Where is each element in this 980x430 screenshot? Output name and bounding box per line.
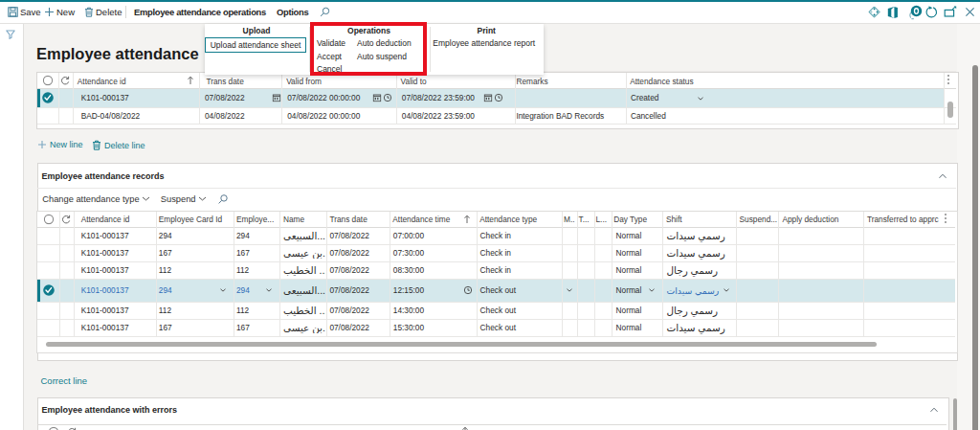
cell-trans-date[interactable]: 07/08/2022	[329, 231, 369, 240]
upload-attendance-sheet-button[interactable]: Upload attendance sheet	[205, 37, 306, 53]
chevron-down-icon[interactable]	[649, 287, 656, 294]
cell-employee[interactable]: 167	[236, 248, 250, 258]
change-attendance-type-button[interactable]: Change attendance type	[42, 194, 149, 204]
calendar-icon[interactable]	[273, 94, 281, 102]
column-header-2[interactable]: Employe...	[236, 215, 274, 224]
column-header-3[interactable]: Name	[283, 215, 304, 224]
column-header-13[interactable]: Apply deduction	[782, 215, 838, 224]
cell-attendance-type[interactable]: Check in	[480, 248, 511, 258]
cell-shift[interactable]: رسمي رجال	[667, 264, 718, 276]
cell-attendance-time[interactable]: 15:30:00	[393, 323, 424, 332]
cell-attendance-type[interactable]: Check in	[480, 265, 511, 275]
cell-employee[interactable]: 294	[236, 231, 250, 240]
delete-line-button[interactable]: Delete line	[92, 140, 145, 150]
cell-trans-date[interactable]: 07/08/2022	[329, 306, 369, 315]
column-header-9[interactable]: L...	[596, 215, 608, 224]
row-selected-checkbox[interactable]	[41, 91, 55, 104]
cell-shift[interactable]: رسمي سيدات	[667, 247, 725, 259]
cell-employee[interactable]: 294	[236, 285, 250, 295]
select-all-checkbox[interactable]	[48, 426, 58, 430]
cell-attendance-type[interactable]: Check out	[480, 323, 516, 332]
cell-attendance-id[interactable]: BAD-04/08/2022	[81, 111, 140, 121]
cell-name[interactable]: السبيعي...	[283, 230, 325, 241]
clock-icon[interactable]	[495, 94, 503, 102]
correct-line-link[interactable]: Correct line	[41, 375, 88, 386]
column-options-icon[interactable]	[945, 214, 947, 224]
cell-attendance-time[interactable]: 14:30:00	[393, 306, 424, 315]
select-all-checkbox[interactable]	[42, 75, 53, 85]
cell-shift[interactable]: رسمي سيدات	[667, 230, 725, 241]
column-header-5[interactable]: Attendance time	[392, 215, 450, 224]
collapse-section-icon[interactable]	[938, 173, 947, 179]
cell-name[interactable]: السبيعي...	[283, 284, 325, 296]
column-header-11[interactable]: Shift	[666, 215, 682, 224]
cell-day-type[interactable]: Normal	[616, 265, 642, 275]
employee-attendance-report-button[interactable]: Employee attendance report	[433, 38, 535, 48]
column-header-10[interactable]: Day Type	[613, 215, 647, 224]
cell-attendance-status[interactable]: Created	[631, 93, 659, 102]
column-header-6[interactable]: Attendance type	[479, 215, 537, 224]
column-header-valid-from[interactable]: Valid from	[286, 77, 322, 86]
chevron-down-icon[interactable]	[265, 287, 272, 294]
form-scrollbar-thumb[interactable]	[953, 398, 957, 430]
cell-attendance-type[interactable]: Check out	[480, 306, 516, 315]
refresh-rows-icon[interactable]	[60, 76, 70, 85]
new-line-button[interactable]: New line	[37, 140, 83, 149]
cell-attendance-id[interactable]: K101-000137	[81, 265, 129, 275]
cell-day-type[interactable]: Normal	[616, 323, 642, 332]
refresh-rows-icon[interactable]	[61, 215, 71, 224]
grid-scrollbar-thumb[interactable]	[947, 102, 954, 119]
chevron-down-icon[interactable]	[724, 287, 730, 294]
cell-attendance-id[interactable]: K101-000137	[81, 323, 129, 332]
cell-trans-date[interactable]: 07/08/2022	[329, 265, 369, 275]
cell-day-type[interactable]: Normal	[616, 231, 642, 240]
cell-day-type[interactable]: Normal	[616, 306, 642, 315]
cell-day-type[interactable]: Normal	[616, 248, 642, 258]
cell-trans-date[interactable]: 07/08/2022	[205, 93, 245, 102]
cell-day-type[interactable]: Normal	[616, 285, 642, 295]
cell-trans-date[interactable]: 07/08/2022	[329, 248, 369, 258]
chevron-down-icon[interactable]	[220, 287, 227, 294]
cell-attendance-time[interactable]: 12:15:00	[393, 285, 424, 295]
cell-attendance-id[interactable]: K101-000137	[81, 248, 129, 258]
cell-valid-to[interactable]: 07/08/2022 23:59:00	[402, 93, 475, 102]
cell-employee-card-id[interactable]: 294	[159, 231, 172, 240]
chevron-down-icon[interactable]	[697, 95, 703, 102]
cell-name[interactable]: بن عيسى...	[283, 247, 325, 259]
cell-shift[interactable]: رسمي رجال	[667, 305, 718, 316]
column-header-remarks[interactable]: Remarks	[516, 77, 547, 86]
cell-employee-card-id[interactable]: 167	[159, 323, 172, 332]
cell-shift[interactable]: رسمي سيدات	[667, 285, 720, 296]
calendar-icon[interactable]	[372, 94, 381, 102]
column-header-trans-date[interactable]: Trans date	[206, 77, 243, 86]
cell-trans-date[interactable]: 04/08/2022	[205, 111, 245, 121]
column-options-icon[interactable]	[947, 75, 950, 85]
column-header-7[interactable]: M..	[564, 215, 575, 224]
select-all-checkbox[interactable]	[43, 214, 54, 224]
cell-name[interactable]: الخطيب ...	[283, 305, 325, 316]
column-header-4[interactable]: Trans date	[329, 215, 367, 224]
cell-employee-card-id[interactable]: 294	[159, 285, 172, 295]
clock-icon[interactable]	[383, 94, 391, 102]
cell-attendance-id[interactable]: K101-000137	[81, 285, 129, 295]
suspend-button[interactable]: Suspend	[161, 194, 207, 204]
column-header-valid-to[interactable]: Valid to	[401, 77, 427, 86]
cell-valid-to[interactable]: 04/08/2022 23:59:00	[402, 111, 475, 121]
clock-icon[interactable]	[463, 286, 472, 295]
cell-attendance-status[interactable]: Cancelled	[631, 111, 666, 121]
cell-attendance-time[interactable]: 07:30:00	[393, 248, 424, 258]
column-header-1[interactable]: Employee Card Id	[159, 215, 222, 224]
cell-attendance-id[interactable]: K101-000137	[81, 231, 129, 240]
cell-trans-date[interactable]: 07/08/2022	[329, 323, 369, 332]
column-header-0[interactable]: Attendance id	[81, 215, 130, 224]
cell-valid-from[interactable]: 07/08/2022 00:00:00	[287, 93, 360, 102]
row-selected-checkbox[interactable]	[42, 283, 56, 297]
cell-trans-date[interactable]: 07/08/2022	[329, 285, 369, 295]
grid-hscrollbar-thumb[interactable]	[46, 342, 877, 348]
cell-attendance-time[interactable]: 08:30:00	[393, 265, 424, 275]
chevron-down-icon[interactable]	[567, 287, 573, 294]
cell-attendance-id[interactable]: K101-000137	[81, 93, 129, 102]
cell-name[interactable]: الخطيب ...	[283, 264, 325, 276]
cell-valid-from[interactable]: 04/08/2022 00:00:00	[287, 111, 360, 121]
cell-attendance-id[interactable]: K101-000137	[81, 306, 129, 315]
